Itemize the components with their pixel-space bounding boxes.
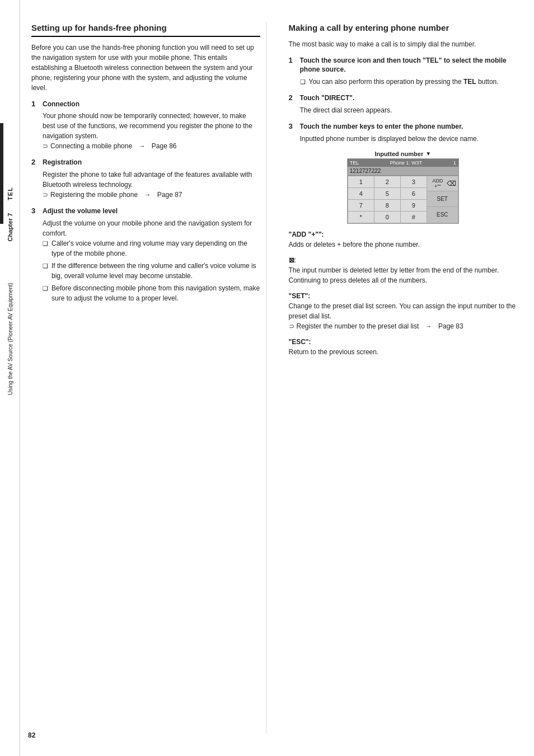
- step-3-bullet-2: ❑ If the difference between the ring vol…: [43, 261, 260, 281]
- left-column: Setting up for hands-free phoning Before…: [31, 22, 266, 734]
- step-2-ref: ⊃ Registering the mobile phone → Page 87: [43, 190, 260, 200]
- add-body: Adds or deletes + before the phone numbe…: [289, 241, 420, 248]
- right-step-1-number: 1: [289, 56, 297, 64]
- phone-screen-top-bar: TEL Phone 1: W3T 1: [348, 159, 458, 167]
- left-section-title: Setting up for hands-free phoning: [31, 22, 260, 37]
- step-2-title: Registration: [43, 158, 82, 167]
- key-set[interactable]: SET: [427, 191, 458, 207]
- step-1-body: Your phone should now be temporarily con…: [43, 111, 260, 141]
- right-step-2-number: 2: [289, 93, 297, 102]
- step-3: 3 Adjust the volume level Adjust the vol…: [31, 206, 260, 303]
- right-step-1: 1 Touch the source icon and then touch "…: [289, 56, 518, 87]
- key-2[interactable]: 2: [374, 176, 400, 187]
- key-0[interactable]: 0: [374, 212, 400, 223]
- step-1-title: Connection: [43, 100, 79, 109]
- sidebar: TEL Chapter 7 Using the AV Source (Pione…: [0, 0, 20, 756]
- right-step-3-number: 3: [289, 122, 297, 130]
- key-star[interactable]: *: [348, 212, 374, 223]
- left-section-intro: Before you can use the hands-free phonin…: [31, 43, 260, 93]
- step-3-body: Adjust the volume on your mobile phone a…: [43, 218, 260, 238]
- backspace-body: The input number is deleted letter by le…: [289, 266, 499, 284]
- sidebar-tel-label: TEL: [0, 190, 20, 197]
- esc-body: Return to the previous screen.: [289, 348, 379, 356]
- esc-label: "ESC":: [289, 338, 311, 346]
- inputted-number-label: Inputted number: [374, 151, 423, 157]
- step-1-ref: ⊃ Connecting a mobile phone → Page 86: [43, 141, 260, 151]
- right-step-1-bullet-1: ❑ You can also perform this operation by…: [300, 77, 518, 87]
- key-8[interactable]: 8: [374, 200, 400, 211]
- phone-screen-tel: TEL: [350, 160, 359, 166]
- page-number: 82: [28, 731, 35, 739]
- key-5[interactable]: 5: [374, 188, 400, 199]
- add-label: "ADD "+"":: [289, 231, 324, 238]
- key-1[interactable]: 1: [348, 176, 374, 187]
- sidebar-using-label: Using the AV Source (Pioneer AV Equipmen…: [0, 336, 20, 342]
- key-3[interactable]: 3: [401, 176, 427, 187]
- phone-screen-input: 1212727222: [348, 167, 458, 176]
- main-content: Setting up for hands-free phoning Before…: [20, 0, 534, 756]
- step-3-bullet-1: ❑ Caller's voice volume and ring volume …: [43, 238, 260, 259]
- black-bar: [0, 123, 3, 224]
- sidebar-chapter-label: Chapter 7: [0, 224, 20, 231]
- right-section-title: Making a call by entering phone number: [289, 22, 518, 34]
- set-label: "SET":: [289, 292, 311, 300]
- key-7[interactable]: 7: [348, 200, 374, 211]
- phone-screen-container: Inputted number ▼ TEL Phone 1: W3T 1 121…: [289, 151, 518, 224]
- key-hash[interactable]: #: [401, 212, 427, 223]
- set-section: "SET": Change to the preset dial list sc…: [289, 291, 518, 331]
- right-step-2: 2 Touch "DIRECT". The direct dial screen…: [289, 93, 518, 115]
- step-2-number: 2: [31, 158, 39, 166]
- add-section: "ADD "+"": Adds or deletes + before the …: [289, 229, 518, 250]
- arrow-down-icon: ▼: [425, 151, 431, 157]
- right-step-1-title: Touch the source icon and then touch "TE…: [300, 56, 518, 75]
- key-9[interactable]: 9: [401, 200, 427, 211]
- backspace-icon: ⌫: [447, 180, 456, 187]
- key-add[interactable]: ADD +"" ⌫: [427, 176, 458, 191]
- step-1: 1 Connection Your phone should now be te…: [31, 100, 260, 152]
- phone-screen-center: Phone 1: W3T: [390, 160, 423, 166]
- set-body: Change to the preset dial list screen. Y…: [289, 302, 516, 320]
- step-2: 2 Registration Register the phone to tak…: [31, 158, 260, 200]
- esc-section: "ESC": Return to the previous screen.: [289, 337, 518, 357]
- step-2-body: Register the phone to take full advantag…: [43, 170, 260, 190]
- set-ref: ⊃ Register the number to the preset dial…: [289, 321, 518, 331]
- right-section-intro: The most basic way to make a call is to …: [289, 39, 518, 49]
- right-step-3-body: Inputted phone number is displayed below…: [300, 134, 518, 144]
- key-4[interactable]: 4: [348, 188, 374, 199]
- add-icon: ADD +"": [429, 178, 447, 189]
- step-3-number: 3: [31, 206, 39, 215]
- step-1-number: 1: [31, 100, 39, 108]
- phone-screen: TEL Phone 1: W3T 1 1212727222 1 2 3: [347, 158, 459, 224]
- step-3-bullet-3: ❑ Before disconnecting mobile phone from…: [43, 283, 260, 303]
- key-esc[interactable]: ESC: [427, 207, 458, 223]
- backspace-label-icon: ⊠: [289, 256, 294, 264]
- right-step-2-body: The direct dial screen appears.: [300, 105, 518, 115]
- right-step-3: 3 Touch the number keys to enter the pho…: [289, 122, 518, 144]
- key-6[interactable]: 6: [401, 188, 427, 199]
- right-step-3-title: Touch the number keys to enter the phone…: [300, 122, 463, 132]
- right-column: Making a call by entering phone number T…: [283, 22, 518, 734]
- right-step-2-title: Touch "DIRECT".: [300, 93, 355, 103]
- step-3-title: Adjust the volume level: [43, 206, 118, 216]
- backspace-section: ⊠: The input number is deleted letter by…: [289, 255, 518, 285]
- phone-screen-right: 1: [453, 160, 456, 166]
- backspace-colon: :: [294, 256, 296, 264]
